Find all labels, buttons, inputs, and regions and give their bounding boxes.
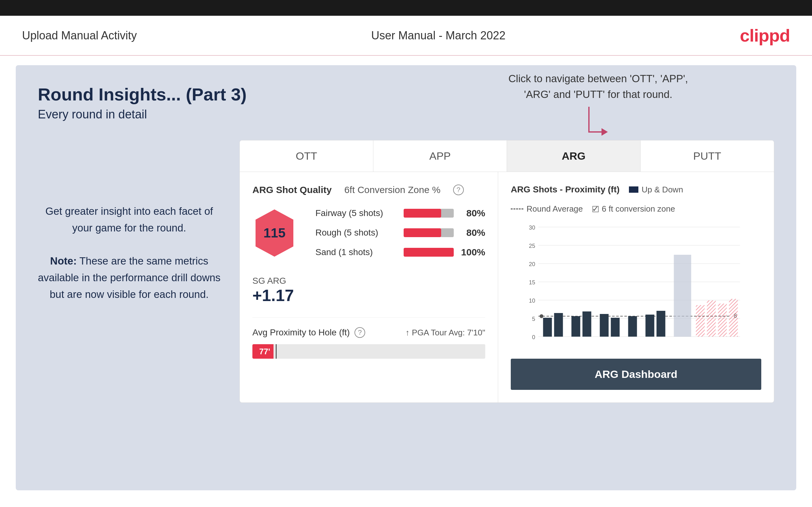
shot-label-fairway: Fairway (5 shots) [315, 208, 397, 218]
arrow-annotation-text: Click to navigate between 'OTT', 'APP','… [488, 71, 709, 102]
prox-bar-fill: 77' [252, 344, 273, 359]
help-icon[interactable]: ? [453, 184, 464, 195]
content-layout: Get greater insight into each facet of y… [38, 140, 774, 403]
left-sidebar: Get greater insight into each facet of y… [38, 140, 220, 303]
svg-rect-21 [571, 316, 580, 337]
sand-bar [404, 248, 454, 257]
chart-title: ARG Shots - Proximity (ft) [511, 184, 619, 194]
svg-rect-23 [600, 314, 609, 337]
dashboard-card: OTT APP ARG PUTT ARG Shot Quality 6ft Co… [240, 140, 774, 403]
svg-text:10: 10 [529, 297, 535, 304]
main-content: Round Insights... (Part 3) Every round i… [16, 65, 796, 490]
svg-rect-19 [543, 318, 552, 337]
dash-left: ARG Shot Quality 6ft Conversion Zone % ? [240, 172, 498, 402]
sand-bar-fill [404, 248, 454, 257]
svg-text:25: 25 [529, 243, 535, 249]
sg-section: SG ARG +1.17 [252, 276, 485, 305]
svg-rect-24 [611, 318, 620, 337]
svg-text:15: 15 [529, 279, 535, 286]
arg-dashboard-button[interactable]: ARG Dashboard [511, 359, 761, 390]
legend-item-updown: Up & Down [629, 185, 683, 194]
legend-label-updown: Up & Down [642, 185, 683, 194]
chart-svg: 30 25 20 15 10 5 0 [511, 223, 761, 349]
footer: Copyright Clippd 2021 [0, 500, 812, 507]
svg-rect-33 [729, 299, 738, 337]
upload-label: Upload Manual Activity [22, 29, 137, 42]
sand-pct: 100% [460, 247, 485, 258]
svg-rect-25 [628, 316, 637, 337]
annotation-box: Get greater insight into each facet of y… [38, 203, 220, 303]
header: Upload Manual Activity User Manual - Mar… [0, 16, 812, 56]
legend-check: ✓ [592, 206, 599, 212]
tab-putt[interactable]: PUTT [641, 140, 774, 172]
svg-rect-20 [554, 313, 563, 337]
hex-score-row: 115 Fairway (5 shots) [252, 208, 485, 267]
hexagon-score: 115 [252, 208, 297, 258]
fairway-bar [404, 209, 454, 218]
svg-rect-26 [646, 315, 654, 337]
dashboard-body: ARG Shot Quality 6ft Conversion Zone % ? [240, 172, 774, 402]
legend-label-avg: Round Average [526, 204, 583, 214]
chart-header: ARG Shots - Proximity (ft) Up & Down Rou… [511, 184, 761, 214]
svg-rect-32 [718, 303, 727, 337]
tab-ott[interactable]: OTT [240, 140, 373, 172]
svg-rect-30 [696, 305, 705, 337]
conversion-zone-label: 6ft Conversion Zone % [344, 184, 441, 195]
sg-label: SG ARG [252, 276, 485, 286]
shot-label-sand: Sand (1 shots) [315, 247, 397, 257]
arrow-annotation: Click to navigate between 'OTT', 'APP','… [488, 71, 709, 145]
svg-text:20: 20 [529, 261, 535, 267]
svg-rect-31 [707, 300, 716, 337]
sg-value: +1.17 [252, 286, 485, 305]
chart-area: 30 25 20 15 10 5 0 [511, 223, 761, 349]
tab-arg[interactable]: ARG [507, 140, 641, 172]
svg-text:30: 30 [529, 225, 535, 231]
svg-rect-28 [674, 255, 691, 337]
arrow-svg [586, 107, 611, 145]
fairway-bar-fill [404, 209, 441, 218]
prox-cursor [276, 344, 277, 359]
proximity-left: Avg Proximity to Hole (ft) ? [252, 327, 365, 338]
annotation-text-1: Get greater insight into each facet of y… [45, 205, 213, 234]
pga-tour-avg: ↑ PGA Tour Avg: 7'10" [406, 328, 485, 338]
shot-row-fairway: Fairway (5 shots) 80% [315, 208, 485, 219]
rough-bar [404, 228, 454, 237]
proximity-label: Avg Proximity to Hole (ft) [252, 328, 350, 338]
tabs-row: OTT APP ARG PUTT [240, 140, 774, 172]
annotation-note: Note: [50, 255, 77, 267]
dash-right: ARG Shots - Proximity (ft) Up & Down Rou… [498, 172, 774, 402]
svg-text:5: 5 [532, 316, 535, 322]
proximity-help-icon[interactable]: ? [354, 327, 365, 338]
shot-quality-header: ARG Shot Quality 6ft Conversion Zone % ? [252, 184, 485, 195]
rough-bar-overlay [441, 228, 454, 237]
top-bar [0, 0, 812, 16]
hex-number: 115 [263, 225, 286, 240]
legend-item-avg: Round Average [511, 204, 583, 214]
svg-rect-27 [657, 311, 665, 337]
shot-label-rough: Rough (5 shots) [315, 228, 397, 238]
shot-bars: Fairway (5 shots) 80% Rough (5 shots) [315, 208, 485, 267]
hexagon-container: 115 [252, 208, 297, 258]
svg-point-17 [540, 314, 544, 318]
legend-label-zone: 6 ft conversion zone [602, 204, 675, 214]
svg-rect-22 [582, 312, 592, 337]
legend-box-updown [629, 186, 639, 193]
fairway-bar-overlay [441, 209, 454, 218]
shot-quality-label: ARG Shot Quality [252, 184, 332, 195]
svg-marker-0 [602, 128, 608, 136]
rough-pct: 80% [460, 227, 485, 238]
prox-bar-container: 77' [252, 344, 485, 359]
right-panel: Click to navigate between 'OTT', 'APP','… [240, 140, 774, 403]
tab-app[interactable]: APP [373, 140, 507, 172]
manual-label: User Manual - March 2022 [371, 29, 505, 42]
shot-row-rough: Rough (5 shots) 80% [315, 227, 485, 238]
shot-row-sand: Sand (1 shots) 100% [315, 247, 485, 258]
proximity-header: Avg Proximity to Hole (ft) ? ↑ PGA Tour … [252, 327, 485, 338]
legend-dashed [511, 209, 523, 210]
fairway-pct: 80% [460, 208, 485, 219]
svg-text:0: 0 [532, 334, 535, 340]
prox-bar-label: 77' [259, 347, 270, 356]
legend-item-zone: ✓ 6 ft conversion zone [592, 204, 675, 214]
proximity-section: Avg Proximity to Hole (ft) ? ↑ PGA Tour … [252, 318, 485, 359]
clippd-logo: clippd [740, 25, 790, 46]
